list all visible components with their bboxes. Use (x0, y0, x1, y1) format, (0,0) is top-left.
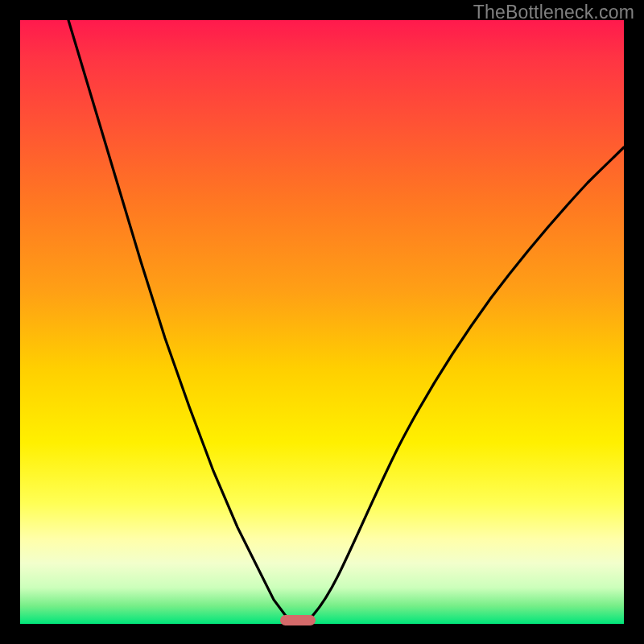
watermark-text: TheBottleneck.com (473, 2, 634, 23)
curve-left-branch (68, 20, 292, 624)
chart-plot-area (20, 20, 624, 624)
bottleneck-marker (280, 615, 316, 625)
bottleneck-curve (20, 20, 624, 624)
curve-right-branch (304, 147, 624, 624)
